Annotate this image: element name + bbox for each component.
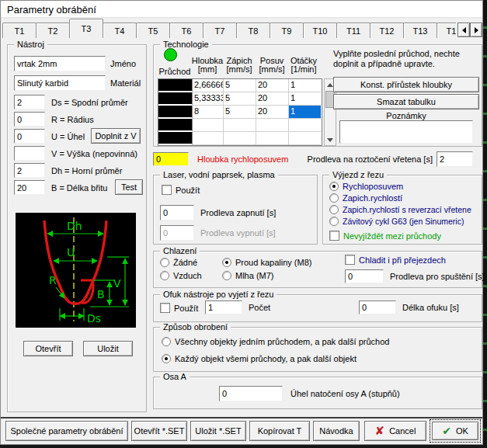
rapid-depth-input[interactable]	[153, 152, 189, 166]
blowoff-use-checkbox[interactable]: Použít	[160, 303, 198, 313]
tool-b-input[interactable]	[14, 180, 45, 195]
table-cell[interactable]	[224, 132, 256, 145]
notes-textarea[interactable]	[339, 120, 473, 144]
tool-material-input[interactable]	[14, 75, 106, 91]
laser-on-delay-input[interactable]	[160, 205, 194, 221]
tool-u-input[interactable]	[14, 129, 45, 144]
pass-color-cell[interactable]	[158, 132, 193, 145]
title-bar: Parametry obrábění	[1, 1, 482, 18]
method-group: Způsob obrobení Všechny objekty jedním p…	[153, 327, 482, 372]
pass-color-cell[interactable]	[158, 119, 193, 132]
table-cell[interactable]	[256, 132, 289, 145]
table-cell[interactable]: 5	[224, 106, 256, 119]
pass-color-cell[interactable]	[158, 79, 193, 92]
clear-table-button[interactable]: Smazat tabulku	[333, 94, 479, 109]
table-cell[interactable]: 20	[256, 79, 289, 92]
tool-r-label: R = Rádius	[51, 115, 94, 124]
no-exit-between-passes-checkbox[interactable]: Nevyjíždět mezi průchody	[329, 231, 441, 241]
exit-group-label: Výjezd z řezu	[329, 170, 387, 180]
radio-icon	[329, 182, 339, 191]
cooling-group-label: Chlazení	[160, 246, 200, 256]
table-cell[interactable]: 8	[193, 106, 224, 119]
tool-ds-label: Ds = Spodní průměr	[51, 98, 128, 107]
table-cell[interactable]: 5	[224, 92, 256, 106]
const-depth-increment-button[interactable]: Konst. přírůstek hloubky	[333, 77, 479, 92]
table-cell-selected[interactable]: 1	[289, 106, 321, 119]
tab-t8[interactable]: T8	[236, 23, 270, 38]
tab-t7[interactable]: T7	[203, 23, 237, 38]
cooling-radio-liquid-m8[interactable]: Proud kapaliny (M8)	[222, 258, 311, 267]
method-radio-each-object[interactable]: Každý objekt všemi průchody, a pak další…	[162, 354, 357, 363]
tab-t4[interactable]: T4	[103, 23, 137, 38]
blowoff-count-input[interactable]	[205, 300, 242, 314]
table-cell[interactable]	[256, 119, 289, 132]
tool-v-input[interactable]	[14, 146, 45, 161]
table-cell[interactable]	[289, 119, 321, 132]
laser-use-checkbox[interactable]: Použít	[162, 185, 200, 195]
radio-icon	[329, 205, 339, 214]
cool-on-travel-checkbox[interactable]: Chladit i při přejezdech	[345, 255, 446, 265]
copy-t-button[interactable]: Kopírovat T	[249, 421, 310, 441]
cooling-radio-air[interactable]: Vzduch	[160, 271, 202, 280]
tool-ds-input[interactable]	[14, 95, 45, 109]
tool-v-label: V = Výška (nepovinná)	[51, 149, 137, 158]
radio-icon	[222, 271, 231, 280]
tab-t6[interactable]: T6	[169, 23, 203, 38]
table-cell[interactable]: 20	[256, 92, 289, 106]
table-cell[interactable]: 5,33333	[193, 92, 224, 106]
scrollbar-down-button[interactable]	[325, 134, 336, 145]
tool-name-input[interactable]	[14, 56, 106, 71]
table-cell[interactable]: 1	[289, 79, 321, 92]
cooling-radio-mist-m7[interactable]: Mlha (M7)	[222, 271, 274, 280]
guide-button[interactable]: Návodka	[313, 421, 360, 441]
tab-t13[interactable]: T13	[403, 23, 437, 38]
spindle-delay-input[interactable]	[437, 151, 473, 167]
table-cell[interactable]	[289, 132, 321, 145]
axis-a-angle-input[interactable]	[219, 386, 283, 401]
pass-color-cell[interactable]	[158, 106, 193, 119]
table-cell[interactable]	[224, 119, 256, 132]
table-cell[interactable]: 1	[289, 92, 321, 106]
pass-color-cell[interactable]	[158, 92, 193, 106]
table-cell[interactable]	[193, 119, 224, 132]
cooling-radio-none[interactable]: Žádné	[160, 258, 197, 267]
cooling-group: Chlazení Žádné Vzduch Proud kapaliny (M8…	[153, 251, 482, 288]
cancel-x-icon: ✘	[375, 425, 385, 436]
table-row: 2,66666 5 20 1	[158, 79, 322, 92]
tab-t10[interactable]: T10	[303, 23, 337, 38]
table-cell[interactable]	[193, 132, 224, 145]
exit-radio-g63[interactable]: Závitový cykl G63 (jen Sinumeric)	[329, 217, 464, 226]
tab-scroll-right-button[interactable]	[470, 23, 482, 37]
tab-t12[interactable]: T12	[370, 23, 404, 38]
ok-button[interactable]: ✔ OK	[432, 422, 478, 440]
tab-t11[interactable]: T11	[336, 23, 370, 38]
laser-on-delay-label: Prodleva zapnutí [s]	[200, 208, 276, 217]
tab-scroll-left-button[interactable]	[457, 23, 470, 37]
tool-open-button[interactable]: Otevřít	[23, 341, 73, 356]
method-radio-all-objects[interactable]: Všechny objekty jedním průchodem, a pak …	[162, 337, 389, 346]
save-set-button[interactable]: Uložit *.SET	[190, 421, 246, 441]
blowoff-length-input[interactable]	[359, 300, 396, 314]
table-cell[interactable]: 20	[256, 106, 289, 119]
cooling-delay-input[interactable]	[345, 269, 384, 283]
tab-t14[interactable]: T14	[437, 23, 456, 38]
exit-radio-rapid[interactable]: Rychloposuvem	[329, 182, 403, 191]
laser-off-delay-input	[160, 225, 194, 241]
cancel-button[interactable]: ✘ Cancel	[364, 421, 426, 441]
test-button[interactable]: Test	[115, 179, 143, 195]
exit-radio-plunge-reverse[interactable]: Zapich.rychlostí s reverzací vřetene	[329, 205, 471, 214]
tab-t9[interactable]: T9	[270, 23, 304, 38]
tool-r-input[interactable]	[14, 112, 45, 127]
tool-save-button[interactable]: Uložit	[83, 341, 133, 356]
tab-t1[interactable]: T1	[2, 23, 37, 38]
exit-radio-plunge-speed[interactable]: Zapich.rychlostí	[329, 193, 402, 203]
table-cell[interactable]: 2,66666	[193, 79, 224, 92]
common-params-button[interactable]: Společné parametry obrábění	[5, 421, 128, 441]
tool-dh-input[interactable]	[14, 163, 45, 178]
fill-from-v-button[interactable]: Doplnit z V	[91, 128, 141, 144]
open-set-button[interactable]: Otevřít *.SET	[131, 421, 187, 441]
tab-t2[interactable]: T2	[36, 23, 70, 38]
tab-t3-active[interactable]: T3	[69, 19, 103, 38]
tab-t5[interactable]: T5	[136, 23, 170, 38]
table-cell[interactable]: 5	[224, 79, 256, 92]
